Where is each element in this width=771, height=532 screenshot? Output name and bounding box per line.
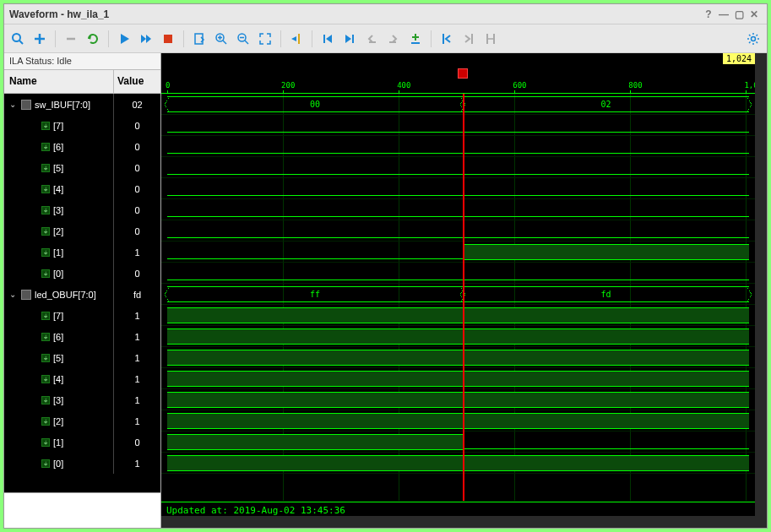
waveform-area[interactable]: 1,024 02004006008001,0 0002fffd Updated … xyxy=(161,53,767,528)
minimize-icon[interactable]: — xyxy=(716,8,731,20)
waveform-lanes[interactable]: 0002fffd xyxy=(161,94,755,501)
wave-row[interactable]: fffd xyxy=(161,284,755,305)
wave-row[interactable] xyxy=(161,389,755,410)
wave-row[interactable] xyxy=(161,410,755,432)
signal-name[interactable]: ⏚[6] xyxy=(4,136,114,157)
wave-row[interactable] xyxy=(161,220,755,242)
signal-row[interactable]: ⏚[1]1 xyxy=(4,242,160,263)
signal-name[interactable]: ⏚[5] xyxy=(4,157,114,178)
go-end-button[interactable] xyxy=(339,29,360,49)
ruler-tick-label: 600 xyxy=(513,81,526,90)
signal-row[interactable]: ⏚[0]1 xyxy=(4,453,160,474)
help-icon[interactable]: ? xyxy=(701,8,716,20)
goto-cursor-button[interactable] xyxy=(286,29,307,49)
wave-row[interactable] xyxy=(161,347,755,368)
next-marker-button[interactable] xyxy=(459,29,479,49)
bit-low xyxy=(167,195,749,196)
signal-row[interactable]: ⏚[1]0 xyxy=(4,432,160,453)
signal-name[interactable]: ⏚[0] xyxy=(4,453,114,474)
signal-label: [5] xyxy=(53,353,63,363)
signal-row[interactable]: ⏚[6]1 xyxy=(4,326,160,347)
signal-name[interactable]: ⏚[1] xyxy=(4,432,114,453)
signal-name[interactable]: ⏚[4] xyxy=(4,178,114,199)
wave-row[interactable] xyxy=(161,178,755,199)
signal-name[interactable]: ⏚[2] xyxy=(4,410,114,432)
play-button[interactable] xyxy=(114,29,134,49)
signal-name[interactable]: ⏚[2] xyxy=(4,220,114,242)
signal-name[interactable]: ⏚[5] xyxy=(4,347,114,368)
wave-row[interactable] xyxy=(161,157,755,178)
prev-marker-button[interactable] xyxy=(437,29,457,49)
wave-row[interactable] xyxy=(161,263,755,284)
wave-row[interactable] xyxy=(161,115,755,136)
refresh-button[interactable] xyxy=(83,29,103,49)
signal-row[interactable]: ⏚[7]0 xyxy=(4,115,160,136)
bit-icon: ⏚ xyxy=(41,248,50,257)
value-header[interactable]: Value xyxy=(114,70,160,94)
signal-row[interactable]: ⏚[7]1 xyxy=(4,305,160,326)
next-transition-button[interactable] xyxy=(383,29,404,49)
signal-name[interactable]: ⏚[3] xyxy=(4,199,114,220)
signal-row[interactable]: ⏚[0]0 xyxy=(4,263,160,284)
svg-line-16 xyxy=(245,41,248,44)
expand-icon[interactable]: ⌄ xyxy=(9,100,18,109)
wave-row[interactable] xyxy=(161,242,755,263)
signal-name[interactable]: ⏚[7] xyxy=(4,305,114,326)
signal-name[interactable]: ⏚[0] xyxy=(4,263,114,284)
signal-name[interactable]: ⌄sw_IBUF[7:0] xyxy=(4,94,114,115)
remove-button[interactable] xyxy=(61,29,81,49)
signal-row[interactable]: ⏚[5]0 xyxy=(4,157,160,178)
maximize-icon[interactable]: ▢ xyxy=(731,8,747,20)
wave-row[interactable]: 0002 xyxy=(161,94,755,115)
wave-row[interactable] xyxy=(161,368,755,389)
signal-name[interactable]: ⏚[1] xyxy=(4,242,114,263)
cursor-line[interactable] xyxy=(463,94,464,501)
wave-row[interactable] xyxy=(161,305,755,326)
signal-row[interactable]: ⏚[6]0 xyxy=(4,136,160,157)
swap-markers-button[interactable] xyxy=(481,29,501,49)
wave-row[interactable] xyxy=(161,199,755,220)
bit-icon: ⏚ xyxy=(41,269,50,278)
search-button[interactable] xyxy=(8,29,28,49)
expand-icon[interactable]: ⌄ xyxy=(9,290,18,299)
signal-row[interactable]: ⌄sw_IBUF[7:0]02 xyxy=(4,94,160,115)
horizontal-scrollbar[interactable] xyxy=(161,516,755,528)
svg-marker-19 xyxy=(291,36,296,41)
signal-row[interactable]: ⏚[3]0 xyxy=(4,199,160,220)
go-start-button[interactable] xyxy=(318,29,338,49)
bit-low xyxy=(167,280,749,280)
signal-row[interactable]: ⏚[3]1 xyxy=(4,389,160,410)
add-button[interactable] xyxy=(30,29,50,49)
prev-transition-button[interactable] xyxy=(361,29,382,49)
signal-name[interactable]: ⏚[4] xyxy=(4,368,114,389)
wave-row[interactable] xyxy=(161,432,755,453)
export-button[interactable] xyxy=(189,29,209,49)
signal-row[interactable]: ⏚[4]0 xyxy=(4,178,160,199)
wave-row[interactable] xyxy=(161,326,755,347)
zoom-fit-button[interactable] xyxy=(255,29,275,49)
signal-name[interactable]: ⏚[3] xyxy=(4,389,114,410)
signal-row[interactable]: ⏚[5]1 xyxy=(4,347,160,368)
bit-high xyxy=(167,434,463,450)
signal-name[interactable]: ⏚[7] xyxy=(4,115,114,136)
add-marker-button[interactable] xyxy=(405,29,426,49)
zoom-out-button[interactable] xyxy=(233,29,253,49)
signal-name[interactable]: ⌄led_OBUF[7:0] xyxy=(4,284,114,305)
vertical-scrollbar[interactable] xyxy=(755,53,767,516)
close-icon[interactable]: ✕ xyxy=(747,8,762,20)
signal-row[interactable]: ⏚[2]1 xyxy=(4,410,160,432)
svg-point-0 xyxy=(13,34,20,41)
wave-row[interactable] xyxy=(161,453,755,474)
signal-row[interactable]: ⏚[2]0 xyxy=(4,220,160,242)
name-header[interactable]: Name xyxy=(4,70,114,94)
wave-row[interactable] xyxy=(161,136,755,157)
signal-row[interactable]: ⏚[4]1 xyxy=(4,368,160,389)
cursor-handle[interactable] xyxy=(458,68,468,79)
stop-button[interactable] xyxy=(158,29,178,49)
signal-row[interactable]: ⌄led_OBUF[7:0]fd xyxy=(4,284,160,305)
zoom-in-button[interactable] xyxy=(211,29,231,49)
fast-forward-button[interactable] xyxy=(136,29,156,49)
signal-name[interactable]: ⏚[6] xyxy=(4,326,114,347)
svg-line-12 xyxy=(223,41,226,44)
settings-button[interactable] xyxy=(743,29,763,49)
